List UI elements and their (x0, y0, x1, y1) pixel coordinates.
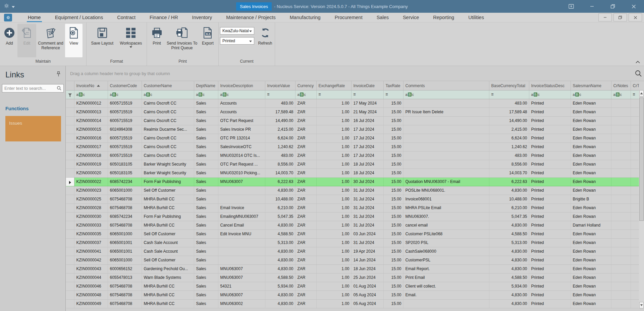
cell-invoicedate[interactable]: 14 Jun 2024 (351, 256, 383, 264)
cell-comments[interactable] (403, 151, 489, 160)
cell-customername[interactable]: MHRA Burhill CC (142, 299, 194, 308)
cell-invoicestatusdesc[interactable]: Printed (529, 264, 571, 273)
cell-crnotes[interactable] (611, 203, 631, 212)
cell-customercode[interactable]: 6075468708 (108, 282, 142, 291)
ribbon-close-button[interactable] (629, 13, 642, 21)
cell-deptname[interactable]: Sales (194, 203, 218, 212)
workspaces-button[interactable]: Workspaces (117, 24, 146, 57)
row-indicator[interactable] (66, 108, 74, 116)
cell-exchangerate[interactable]: 1.00 (316, 125, 351, 134)
cell-comments[interactable]: CustomerPSL (403, 256, 489, 264)
cell-invoicestatusdesc[interactable]: Printed (529, 256, 571, 264)
cell-salesmanname[interactable]: Eden Rowan (571, 264, 611, 273)
restore-button[interactable] (602, 0, 623, 13)
column-header-exchangerate[interactable]: ExchangeRate (316, 81, 351, 90)
cell-exchangerate[interactable]: 1.00 (316, 238, 351, 247)
cell-invoicedate[interactable]: 18 Jul 2024 (351, 160, 383, 169)
cell-invoicevalue[interactable]: 1,240.62 (265, 142, 295, 151)
cell-invoicestatusdesc[interactable]: Printed (529, 151, 571, 160)
cell-customername[interactable]: Sell Off Customer (142, 186, 194, 195)
cell-invoicevalue[interactable]: 4,830.00 (265, 299, 295, 308)
cell-invoicedate[interactable]: 31 Jul 2024 (351, 186, 383, 195)
cell-exchangerate[interactable]: 1.00 (316, 195, 351, 203)
cell-invoicedescription[interactable]: 54321 (218, 282, 265, 291)
cell-currency[interactable]: ZAR (295, 186, 316, 195)
cell-currency[interactable]: ZAR (295, 264, 316, 273)
cell-deptname[interactable]: Sales (194, 273, 218, 282)
table-row[interactable]: KZIN00000356065001000Sell Off CustomerSa… (66, 230, 639, 238)
cell-customercode[interactable]: 6075468708 (108, 195, 142, 203)
row-indicator[interactable] (66, 116, 74, 125)
cell-crnotes[interactable] (611, 195, 631, 203)
cell-salesmanname[interactable]: Eden Rowan (571, 186, 611, 195)
cell-customercode[interactable]: 6005715519 (108, 116, 142, 125)
cell-invoicedate[interactable]: 03 Jun 2024 (351, 230, 383, 238)
cell-basecurrencytotal[interactable]: 483.00 (489, 151, 529, 160)
cell-invoicedescription[interactable] (218, 195, 265, 203)
cell-crtot[interactable] (631, 160, 639, 169)
filter-cell-invoicevalue[interactable]: = (265, 90, 295, 99)
row-indicator[interactable] (66, 151, 74, 160)
cell-invoicedescription[interactable] (218, 238, 265, 247)
cell-exchangerate[interactable]: 1.00 (316, 221, 351, 230)
cell-invoicedate[interactable]: 17 Jul 2024 (351, 142, 383, 151)
column-header-invoicevalue[interactable]: InvoiceValue (265, 81, 295, 90)
cell-invoicestatusdesc[interactable]: Printed (529, 238, 571, 247)
cell-salesmanname[interactable]: Eden Rowan (571, 230, 611, 238)
cell-invoicevalue[interactable]: 483.00 (265, 99, 295, 108)
scroll-down-button[interactable] (639, 302, 644, 308)
cell-customername[interactable]: MHRA Burhill CC (142, 195, 194, 203)
cell-invoiceno[interactable]: KZIN0000025 (74, 195, 108, 203)
cell-deptname[interactable]: Sales (194, 160, 218, 169)
cell-invoicevalue[interactable]: 483.00 (265, 151, 295, 160)
cell-invoicestatusdesc[interactable]: Printed (529, 247, 571, 256)
comment-and-reference-button[interactable]: Comment and Reference (36, 24, 65, 57)
cell-invoicevalue[interactable]: 4,830.00 (265, 247, 295, 256)
cell-deptname[interactable]: Sales (194, 125, 218, 134)
cell-basecurrencytotal[interactable]: 4,830.00 (489, 264, 529, 273)
cell-crnotes[interactable] (611, 273, 631, 282)
cell-invoicestatusdesc[interactable]: Printed (529, 282, 571, 291)
export-button[interactable]: XLS Export (199, 24, 217, 57)
cell-customername[interactable]: Barker Wraight Security (142, 160, 194, 169)
filter-cell-invoicedescription[interactable]: aBc (218, 90, 265, 99)
cell-salesmanname[interactable]: Eden Rowan (571, 151, 611, 160)
cell-customername[interactable]: Cairns Oscroft CC (142, 134, 194, 142)
table-row[interactable]: KZIN00000306085742234Form Fair Publishin… (66, 212, 639, 221)
cell-invoicedescription[interactable]: MNU063007 (218, 273, 265, 282)
cell-crnotes[interactable] (611, 151, 631, 160)
tab-home[interactable]: Home (21, 13, 48, 22)
cell-invoiceno[interactable]: KZIN0000022 (74, 177, 108, 186)
cell-invoicevalue[interactable]: 4,588.50 (265, 273, 295, 282)
cell-invoicedescription[interactable]: MNU063002 (218, 299, 265, 308)
cell-customercode[interactable]: 6065001000 (108, 186, 142, 195)
cell-invoiceno[interactable]: KZIN0000012 (74, 99, 108, 108)
cell-exchangerate[interactable]: 1.00 (316, 108, 351, 116)
cell-invoicevalue[interactable]: 6,222.63 (265, 177, 295, 186)
cell-currency[interactable]: ZAR (295, 256, 316, 264)
cell-taxrate[interactable]: 15.00 (383, 212, 403, 221)
cell-invoiceno[interactable]: KZIN0000041 (74, 247, 108, 256)
cell-invoiceno[interactable]: KZIN0000043 (74, 264, 108, 273)
cell-invoicevalue[interactable]: 17,589.48 (265, 108, 295, 116)
cell-customername[interactable]: Cairns Oscroft CC (142, 151, 194, 160)
cell-currency[interactable]: ZAR (295, 142, 316, 151)
table-row[interactable]: KZIN00000466075468708MHRA Burhill CCSale… (66, 282, 639, 291)
column-header-taxrate[interactable]: TaxRate (383, 81, 403, 90)
table-row[interactable]: KZIN00000416065001001Cash Sale AccountSa… (66, 247, 639, 256)
cell-invoiceno[interactable]: KZIN0000030 (74, 212, 108, 221)
cell-basecurrencytotal[interactable]: 17,589.48 (489, 108, 529, 116)
cell-customercode[interactable]: 6005715519 (108, 99, 142, 108)
cell-comments[interactable]: Quotation MNU063007 - Email (403, 177, 489, 186)
cell-invoiceno[interactable]: KZIN0000015 (74, 125, 108, 134)
cell-invoicestatusdesc[interactable]: Printed (529, 134, 571, 142)
cell-currency[interactable]: ZAR (295, 203, 316, 212)
cell-invoiceno[interactable]: KZIN0000013 (74, 108, 108, 116)
vertical-scrollbar[interactable] (639, 90, 644, 308)
cell-invoicedate[interactable]: 31 Jul 2024 (351, 203, 383, 212)
cell-customername[interactable]: MHRA Burhill CC (142, 203, 194, 212)
cell-currency[interactable]: ZAR (295, 125, 316, 134)
column-header-crtot[interactable]: CrTot (631, 81, 639, 90)
cell-crnotes[interactable] (611, 238, 631, 247)
cell-invoicedate[interactable]: 21 May 2024 (351, 108, 383, 116)
